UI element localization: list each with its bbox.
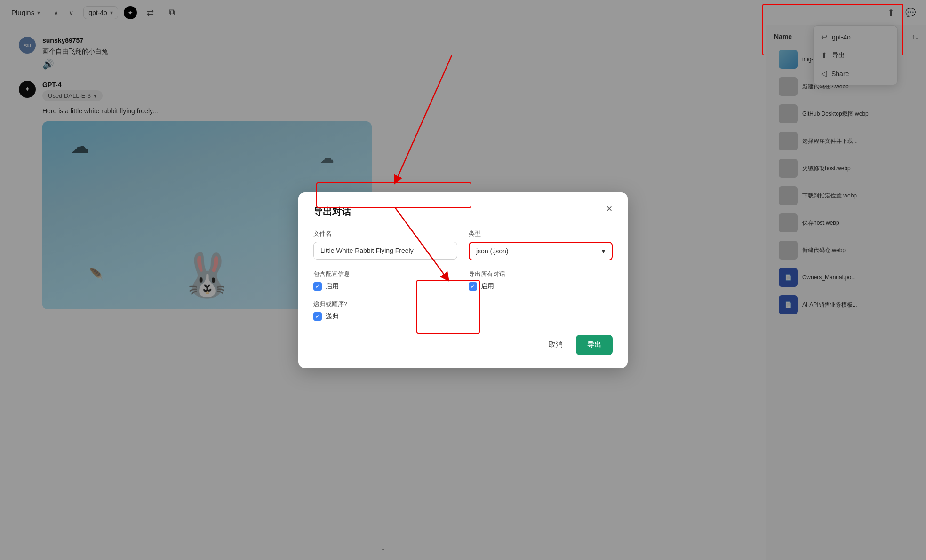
type-group: 类型 json (.json) ▾	[469, 229, 613, 260]
include-config-group: 包含配置信息 ✓ 启用	[313, 270, 457, 291]
order-checkbox-group: ✓ 递归	[313, 312, 613, 321]
include-config-checkbox-label: 启用	[326, 282, 339, 291]
dialog-row-1: 文件名 类型 json (.json) ▾	[313, 229, 613, 260]
include-config-checkbox[interactable]: ✓	[313, 282, 322, 291]
order-checkbox-label: 递归	[326, 312, 339, 321]
type-select-value: json (.json)	[476, 247, 508, 255]
export-all-group: 导出所有对话 ✓ 启用	[469, 270, 613, 291]
dialog-row-2: 包含配置信息 ✓ 启用 导出所有对话 ✓ 启用	[313, 270, 613, 291]
modal-overlay: 导出对话 × 文件名 类型 json (.json) ▾ 包含配置信息	[0, 0, 926, 560]
type-select-chevron: ▾	[602, 247, 605, 255]
order-group: 递归或顺序? ✓ 递归	[313, 300, 613, 321]
filename-group: 文件名	[313, 229, 457, 260]
order-checkbox[interactable]: ✓	[313, 312, 322, 321]
export-all-checkbox-label: 启用	[481, 282, 494, 291]
filename-input[interactable]	[313, 242, 457, 260]
include-config-checkbox-group: ✓ 启用	[313, 282, 457, 291]
order-label: 递归或顺序?	[313, 300, 613, 308]
dialog-row-3: 递归或顺序? ✓ 递归	[313, 300, 613, 321]
dialog-title: 导出对话	[313, 205, 613, 218]
dialog-footer: 取消 导出	[313, 335, 613, 355]
filename-label: 文件名	[313, 229, 457, 238]
type-select[interactable]: json (.json) ▾	[469, 242, 613, 260]
cancel-button[interactable]: 取消	[541, 336, 570, 354]
export-all-label: 导出所有对话	[469, 270, 613, 278]
export-button[interactable]: 导出	[576, 335, 613, 355]
include-config-label: 包含配置信息	[313, 270, 457, 278]
export-dialog: 导出对话 × 文件名 类型 json (.json) ▾ 包含配置信息	[298, 192, 628, 368]
type-label: 类型	[469, 229, 613, 238]
export-all-checkbox[interactable]: ✓	[469, 282, 477, 291]
export-all-checkbox-group: ✓ 启用	[469, 282, 613, 291]
dialog-close-button[interactable]: ×	[602, 202, 616, 216]
